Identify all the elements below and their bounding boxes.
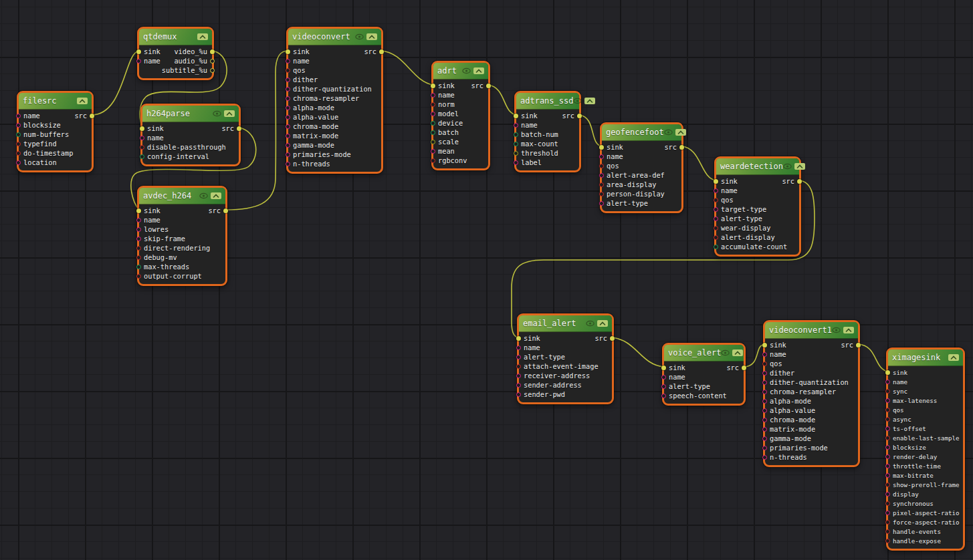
property-dot[interactable] xyxy=(661,384,666,389)
sink-pad-dot[interactable] xyxy=(599,145,604,150)
collapse-icon[interactable] xyxy=(948,354,959,361)
property-dot[interactable] xyxy=(885,492,890,497)
property-dot[interactable] xyxy=(514,151,518,156)
property-dot[interactable] xyxy=(431,140,435,144)
property-dot[interactable] xyxy=(762,446,767,450)
property-dot[interactable] xyxy=(431,93,435,98)
property-dot[interactable] xyxy=(762,362,767,366)
collapse-icon[interactable] xyxy=(77,98,88,104)
collapse-icon[interactable] xyxy=(597,320,608,327)
property-dot[interactable] xyxy=(885,529,890,534)
eye-icon[interactable] xyxy=(664,129,673,136)
property-dot[interactable] xyxy=(16,114,21,118)
property-dot[interactable] xyxy=(599,192,604,196)
property-dot[interactable] xyxy=(16,160,21,165)
property-dot[interactable] xyxy=(885,539,890,543)
property-dot[interactable] xyxy=(514,160,518,165)
src-pad-dot[interactable] xyxy=(223,208,228,213)
property-dot[interactable] xyxy=(16,151,21,156)
property-dot[interactable] xyxy=(714,235,718,240)
property-dot[interactable] xyxy=(286,87,290,92)
property-dot[interactable] xyxy=(762,436,767,441)
property-dot[interactable] xyxy=(516,383,521,388)
property-dot[interactable] xyxy=(286,96,290,101)
property-dot[interactable] xyxy=(599,201,604,206)
eye-icon[interactable] xyxy=(573,98,582,104)
property-dot[interactable] xyxy=(516,364,521,369)
property-dot[interactable] xyxy=(714,245,718,249)
property-dot[interactable] xyxy=(599,164,604,168)
src-pad-dot[interactable] xyxy=(679,145,684,150)
wire-adtrans_ssd.src-to-geofencefoot.sink[interactable] xyxy=(579,115,602,146)
src-pad-dot[interactable] xyxy=(742,366,746,370)
property-dot[interactable] xyxy=(885,408,890,412)
property-dot[interactable] xyxy=(762,390,767,394)
node-adrt[interactable]: adrt sinksrcnamenormmodeldevicebatchscal… xyxy=(431,61,490,170)
property-dot[interactable] xyxy=(762,418,767,422)
node-header[interactable]: qtdemux xyxy=(139,29,212,45)
property-dot[interactable] xyxy=(286,68,290,73)
property-dot[interactable] xyxy=(661,375,666,380)
property-dot[interactable] xyxy=(714,226,718,231)
wire-adrt.src-to-adtrans_ssd.sink[interactable] xyxy=(488,85,516,115)
property-dot[interactable] xyxy=(599,154,604,159)
property-dot[interactable] xyxy=(431,121,435,126)
sink-pad-dot[interactable] xyxy=(286,49,290,54)
collapse-icon[interactable] xyxy=(211,192,221,199)
node-adtrans_ssd[interactable]: adtrans_ssd sinksrcnamebatch-nummax-coun… xyxy=(514,91,581,172)
property-dot[interactable] xyxy=(431,158,435,163)
property-dot[interactable] xyxy=(140,145,144,150)
property-dot[interactable] xyxy=(286,143,290,148)
node-header[interactable]: weardetection xyxy=(716,158,799,175)
property-dot[interactable] xyxy=(286,152,290,157)
node-voice_alert[interactable]: voice_alert sinksrcnamealert-typespeech-… xyxy=(662,343,746,406)
node-qtdemux[interactable]: qtdemux sinkvideo_%unameaudio_%usubtitle… xyxy=(137,27,214,80)
property-dot[interactable] xyxy=(762,427,767,432)
wire-email_alert.src-to-voice_alert.sink[interactable] xyxy=(612,337,664,367)
node-header[interactable]: videoconvert1 xyxy=(765,322,858,339)
property-dot[interactable] xyxy=(286,59,290,63)
collapse-icon[interactable] xyxy=(794,163,805,170)
property-dot[interactable] xyxy=(16,123,21,128)
src-pad-dot[interactable] xyxy=(237,126,241,131)
collapse-icon[interactable] xyxy=(366,33,377,40)
node-header[interactable]: email_alert xyxy=(519,315,612,332)
src-pad-dot[interactable] xyxy=(797,179,802,184)
property-dot[interactable] xyxy=(885,520,890,525)
property-dot[interactable] xyxy=(286,115,290,120)
property-dot[interactable] xyxy=(599,182,604,187)
eye-icon[interactable] xyxy=(213,110,221,117)
property-dot[interactable] xyxy=(762,408,767,413)
property-dot[interactable] xyxy=(599,173,604,178)
node-header[interactable]: geofencefoot xyxy=(602,124,681,141)
src-pad-dot[interactable] xyxy=(90,114,94,118)
property-dot[interactable] xyxy=(516,355,521,360)
src-pad-dot[interactable] xyxy=(577,114,582,118)
property-dot[interactable] xyxy=(885,417,890,422)
property-dot[interactable] xyxy=(286,78,290,82)
sink-pad-dot[interactable] xyxy=(140,126,144,131)
src-pad-dot[interactable] xyxy=(379,49,384,54)
sink-pad-dot[interactable] xyxy=(136,49,141,54)
video_%u-pad-dot[interactable] xyxy=(210,49,215,54)
property-dot[interactable] xyxy=(885,380,890,384)
sink-pad-dot[interactable] xyxy=(514,114,518,118)
eye-icon[interactable] xyxy=(355,33,364,40)
property-dot[interactable] xyxy=(762,380,767,385)
wire-videoconvert.src-to-adrt.sink[interactable] xyxy=(381,51,433,85)
sink-pad-dot[interactable] xyxy=(136,208,141,213)
property-dot[interactable] xyxy=(885,511,890,515)
property-dot[interactable] xyxy=(885,398,890,403)
wire-videoconvert1.src-to-ximagesink.sink[interactable] xyxy=(858,344,888,372)
node-weardetection[interactable]: weardetection sinksrcnameqostarget-typea… xyxy=(714,156,801,257)
property-dot[interactable] xyxy=(136,255,141,260)
property-dot[interactable] xyxy=(516,392,521,397)
property-dot[interactable] xyxy=(136,59,141,63)
property-dot[interactable] xyxy=(431,149,435,154)
property-dot[interactable] xyxy=(885,464,890,468)
src-pad-dot[interactable] xyxy=(486,84,491,88)
node-header[interactable]: avdec_h264 xyxy=(139,188,225,204)
collapse-icon[interactable] xyxy=(584,98,595,104)
property-dot[interactable] xyxy=(885,501,890,506)
eye-icon[interactable] xyxy=(586,320,594,327)
